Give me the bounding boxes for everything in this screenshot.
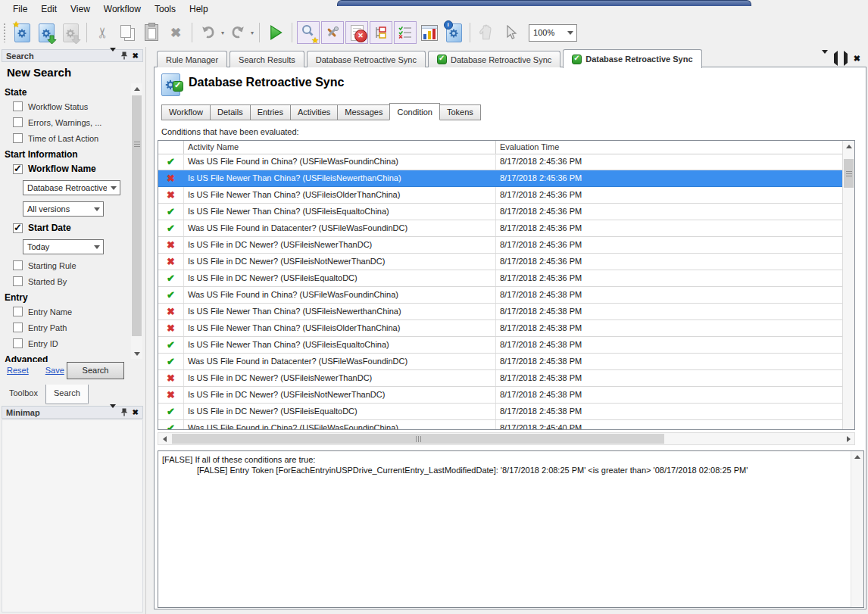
undo-button[interactable] — [197, 21, 220, 44]
chevron-down-icon[interactable] — [822, 54, 828, 63]
table-row[interactable]: ✖ Is US File in DC Newer? (USFileisNotNe… — [158, 254, 842, 270]
scroll-up-arrow[interactable] — [851, 451, 863, 463]
checkbox-row[interactable]: Errors, Warnings, ... — [13, 117, 123, 127]
table-row[interactable]: ✔ Was US File Found in China? (USFileWas… — [158, 154, 842, 170]
pin-icon[interactable] — [120, 51, 128, 60]
document-tab[interactable]: Database Retroactive Sync — [428, 51, 560, 67]
checklist-pane-button[interactable] — [394, 21, 417, 44]
document-tab[interactable]: Database Retroactive Sync — [563, 49, 701, 68]
checkbox[interactable] — [13, 260, 23, 270]
table-row[interactable]: ✔ Is US File in DC Newer? (USFileisEqual… — [158, 404, 842, 420]
scrollbar-thumb[interactable] — [132, 95, 142, 336]
checkbox-row[interactable]: Starting Rule — [13, 260, 123, 270]
checkbox[interactable] — [13, 307, 23, 316]
chevron-down-icon[interactable] — [564, 31, 576, 35]
checkbox-row[interactable]: Entry Name — [13, 307, 123, 316]
checkbox-row[interactable]: Entry Path — [13, 323, 123, 332]
grid-vertical-scrollbar[interactable] — [842, 141, 854, 429]
close-icon[interactable]: ✖ — [133, 409, 139, 416]
document-tab[interactable]: Search Results — [229, 51, 304, 67]
table-row[interactable]: ✖ Is US File Newer Than China? (USFileis… — [158, 320, 842, 337]
detail-subtab[interactable]: Workflow — [161, 104, 211, 120]
checkbox[interactable] — [13, 117, 23, 127]
evaluation-time-column-header[interactable]: Evaluation Time — [496, 141, 842, 154]
new-workflow-button[interactable]: ★ — [11, 21, 33, 44]
undo-dropdown-caret[interactable]: ▾ — [221, 30, 224, 36]
pin-icon[interactable] — [120, 408, 128, 416]
detail-subtab[interactable]: Condition — [389, 103, 439, 120]
workflow-name-checkbox-row[interactable]: Workflow Name — [13, 164, 123, 174]
run-button[interactable] — [264, 21, 287, 44]
start-date-select[interactable]: Today — [23, 239, 104, 254]
table-row[interactable]: ✔ Is US File Newer Than China? (USFileis… — [158, 204, 842, 220]
menu-item[interactable]: View — [64, 0, 97, 18]
sidebar-scrollbar[interactable] — [131, 83, 142, 359]
redo-dropdown-caret[interactable]: ▾ — [251, 30, 254, 36]
scroll-up-arrow[interactable] — [843, 141, 854, 152]
detail-subtab[interactable]: Messages — [337, 104, 390, 120]
details-vertical-scrollbar[interactable] — [851, 451, 863, 607]
table-row[interactable]: ✔ Was US File Found in Datacenter? (USFi… — [158, 354, 842, 370]
find-activities-button[interactable]: ★ — [297, 21, 320, 44]
chevron-down-icon[interactable] — [110, 51, 116, 61]
table-row[interactable]: ✖ Is US File in DC Newer? (USFileisNewer… — [158, 370, 842, 387]
status-column-header[interactable] — [158, 141, 184, 154]
table-row[interactable]: ✔ Is US File Newer Than China? (USFileis… — [158, 337, 842, 354]
menu-item[interactable]: Edit — [34, 0, 64, 18]
redo-button[interactable] — [226, 21, 249, 44]
scroll-right-arrow[interactable] — [844, 433, 853, 444]
workflow-versions-select[interactable]: All versions — [23, 201, 104, 217]
menu-item[interactable]: Help — [183, 0, 215, 18]
menu-item[interactable]: File — [6, 0, 34, 18]
scroll-left-arrow[interactable] — [160, 433, 169, 444]
tools-options-button[interactable] — [321, 21, 344, 44]
close-tab-icon[interactable]: ✖ — [854, 55, 860, 63]
detail-subtab[interactable]: Details — [210, 104, 251, 120]
grid-horizontal-scrollbar[interactable] — [158, 432, 855, 445]
scroll-tabs-left-icon[interactable] — [834, 54, 838, 63]
save-workflow-button[interactable] — [59, 21, 82, 44]
table-row[interactable]: ✔ Was US File Found in China? (USFileWas… — [158, 287, 842, 304]
scroll-down-arrow[interactable] — [131, 348, 142, 359]
pan-button[interactable] — [475, 21, 498, 44]
table-row[interactable]: ✔ Was US File Found in China? (USFileWas… — [158, 420, 842, 429]
checkbox[interactable] — [13, 133, 23, 143]
table-row[interactable]: ✖ Is US File Newer Than China? (USFileis… — [158, 170, 842, 187]
select-button[interactable] — [499, 21, 522, 44]
document-tab[interactable]: Database Retroactive Sync — [307, 51, 426, 67]
checkbox[interactable] — [13, 276, 23, 286]
menu-item[interactable]: Workflow — [97, 0, 148, 18]
table-row[interactable]: ✔ Is US File in DC Newer? (USFileisEqual… — [158, 270, 842, 287]
diagram-pane-button[interactable] — [370, 21, 392, 44]
document-tab[interactable]: Rule Manager — [157, 51, 227, 67]
delete-button[interactable]: ✖ — [164, 21, 187, 44]
checkbox[interactable] — [13, 101, 23, 111]
checkbox[interactable] — [13, 223, 23, 233]
chevron-down-icon[interactable] — [110, 408, 116, 417]
search-button[interactable]: Search — [67, 362, 124, 379]
workflow-name-select[interactable]: Database Retroactive . — [23, 180, 120, 195]
scrollbar-thumb[interactable] — [172, 434, 664, 444]
table-row[interactable]: ✖ Is US File in DC Newer? (USFileisNotNe… — [158, 387, 842, 404]
dock-tab[interactable]: Toolbox — [2, 385, 46, 404]
errors-button[interactable]: ✕ — [345, 21, 368, 44]
table-row[interactable]: ✖ Is US File Newer Than China? (USFileis… — [158, 304, 842, 320]
import-workflow-button[interactable] — [35, 21, 58, 44]
scroll-up-arrow[interactable] — [131, 83, 142, 94]
scroll-tabs-right-icon[interactable] — [844, 54, 848, 63]
close-icon[interactable]: ✖ — [133, 52, 139, 60]
scrollbar-thumb[interactable] — [844, 159, 854, 188]
workflow-info-button[interactable]: i — [442, 21, 465, 44]
table-row[interactable]: ✖ Is US File in DC Newer? (USFileisNewer… — [158, 237, 842, 254]
start-date-checkbox-row[interactable]: Start Date — [13, 223, 123, 233]
checkbox[interactable] — [13, 164, 23, 174]
detail-subtab[interactable]: Activities — [290, 104, 338, 120]
detail-subtab[interactable]: Entries — [250, 104, 291, 120]
cut-button[interactable]: ✂ — [92, 21, 114, 44]
dock-tab[interactable]: Search — [45, 385, 89, 404]
detail-subtab[interactable]: Tokens — [439, 104, 481, 120]
reset-link[interactable]: Reset — [7, 366, 29, 375]
zoom-combobox[interactable]: 100% — [529, 24, 577, 42]
checkbox[interactable] — [13, 338, 23, 348]
menu-item[interactable]: Tools — [148, 0, 183, 18]
